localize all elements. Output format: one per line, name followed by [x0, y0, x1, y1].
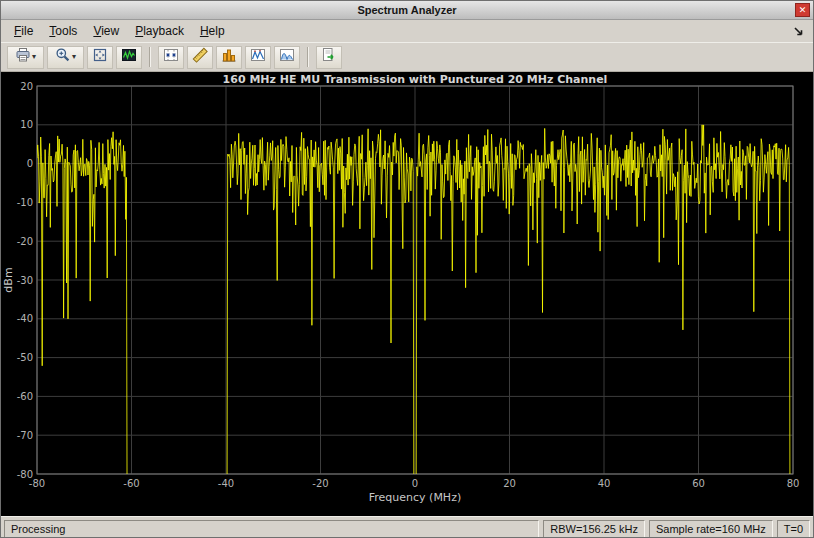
svg-text:-70: -70: [17, 430, 33, 441]
signal-statistics-icon: [192, 47, 208, 67]
svg-text:0: 0: [27, 158, 33, 169]
svg-text:80: 80: [787, 478, 800, 489]
status-rbw: RBW=156.25 kHz: [543, 520, 645, 538]
svg-text:0: 0: [412, 478, 418, 489]
menu-help[interactable]: Help: [192, 21, 233, 41]
svg-text:-50: -50: [17, 352, 33, 363]
svg-text:60: 60: [692, 478, 705, 489]
toolbar-separator: [307, 47, 309, 67]
printer-icon: [15, 47, 31, 67]
svg-text:-20: -20: [312, 478, 328, 489]
svg-text:-60: -60: [123, 478, 139, 489]
titlebar: Spectrum Analyzer ✕: [1, 1, 813, 20]
ccdf-icon: [221, 47, 237, 67]
svg-text:-10: -10: [17, 197, 33, 208]
print-button[interactable]: ▾: [7, 46, 44, 69]
peak-finder-button[interactable]: [245, 46, 271, 69]
status-sample-rate: Sample rate=160 MHz: [649, 520, 773, 538]
menu-file[interactable]: File: [6, 21, 41, 41]
svg-text:-80: -80: [29, 478, 45, 489]
signal-statistics-button[interactable]: [187, 46, 213, 69]
menu-tools[interactable]: Tools: [41, 21, 85, 41]
zoom-icon: [55, 47, 71, 67]
x-axis-label: Frequency (MHz): [369, 491, 461, 504]
svg-text:20: 20: [20, 81, 33, 92]
ccdf-measurements-button[interactable]: [216, 46, 242, 69]
svg-text:20: 20: [503, 478, 516, 489]
menu-view[interactable]: View: [85, 21, 127, 41]
spectrum-settings-icon: [121, 47, 137, 67]
close-button[interactable]: ✕: [795, 3, 810, 17]
statusbar: Processing RBW=156.25 kHz Sample rate=16…: [1, 516, 813, 538]
svg-text:-60: -60: [17, 391, 33, 402]
dropdown-arrow-icon: ▾: [72, 53, 76, 61]
svg-text:40: 40: [598, 478, 611, 489]
status-message: Processing: [4, 520, 539, 538]
spectrum-plot[interactable]: 160 MHz HE MU Transmission with Puncture…: [1, 72, 813, 512]
peak-finder-icon: [250, 47, 266, 67]
cursor-measurements-icon: [163, 47, 179, 67]
svg-text:-40: -40: [17, 313, 33, 324]
svg-text:-20: -20: [17, 236, 33, 247]
toolbar-separator: [149, 47, 151, 67]
scale-axes-icon: [92, 47, 108, 67]
plot-title: 160 MHz HE MU Transmission with Puncture…: [223, 73, 608, 86]
y-axis-label: dBm: [2, 267, 15, 292]
playback-export-button[interactable]: [316, 46, 342, 69]
zoom-button[interactable]: ▾: [47, 46, 84, 69]
distortion-icon: [279, 47, 295, 67]
export-icon: [321, 47, 337, 67]
svg-text:-40: -40: [218, 478, 234, 489]
distortion-measurements-button[interactable]: [274, 46, 300, 69]
menu-playback[interactable]: Playback: [127, 21, 192, 41]
scale-axes-button[interactable]: [87, 46, 113, 69]
svg-text:-30: -30: [17, 275, 33, 286]
spectrum-analyzer-window: Spectrum Analyzer ✕ File Tools View Play…: [0, 0, 814, 538]
axis-tick-labels: -80-60-40-2002040608020100-10-20-30-40-5…: [17, 81, 800, 490]
menubar: File Tools View Playback Help: [1, 20, 813, 42]
dropdown-arrow-icon: ▾: [32, 53, 36, 61]
cursor-measurements-button[interactable]: [158, 46, 184, 69]
dock-icon[interactable]: [792, 24, 805, 42]
spectrum-settings-button[interactable]: [116, 46, 142, 69]
svg-text:10: 10: [20, 119, 33, 130]
figure-area: 160 MHz HE MU Transmission with Puncture…: [1, 72, 813, 516]
window-title: Spectrum Analyzer: [1, 4, 813, 16]
status-time: T=0: [777, 520, 810, 538]
toolbar: ▾ ▾: [1, 42, 813, 72]
svg-text:-80: -80: [17, 469, 33, 480]
